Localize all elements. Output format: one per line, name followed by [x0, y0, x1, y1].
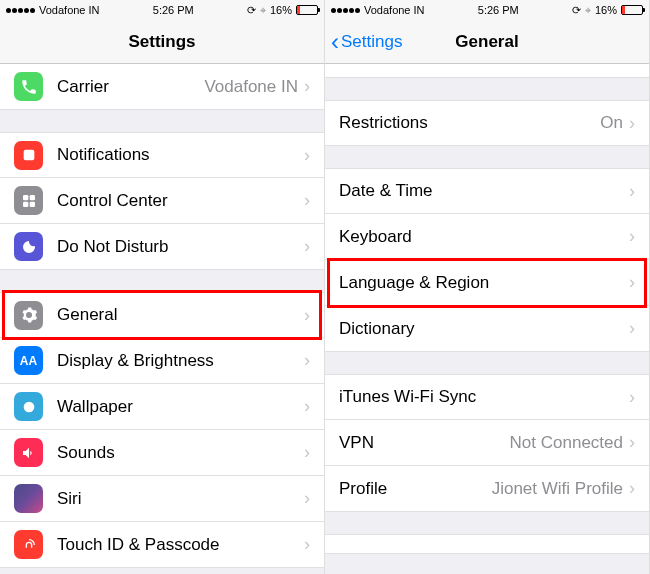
- status-bar: Vodafone IN 5:26 PM ⟳ ⌖ 16%: [0, 0, 324, 20]
- cell-label: Touch ID & Passcode: [57, 535, 304, 555]
- page-title: General: [455, 32, 518, 52]
- vpn-row[interactable]: VPN Not Connected ›: [325, 420, 649, 466]
- carrier-label: Vodafone IN: [39, 4, 100, 16]
- signal-strength-icon: [6, 8, 35, 13]
- cell-value: On: [600, 113, 623, 133]
- svg-rect-3: [23, 201, 28, 206]
- display-icon: AA: [14, 346, 43, 375]
- date-time-row[interactable]: Date & Time ›: [325, 168, 649, 214]
- chevron-right-icon: ›: [629, 387, 635, 408]
- control-center-icon: [14, 186, 43, 215]
- nav-bar: ‹ Settings General: [325, 20, 649, 64]
- cell-label: Language & Region: [339, 273, 629, 293]
- chevron-right-icon: ›: [304, 145, 310, 166]
- chevron-right-icon: ›: [629, 318, 635, 339]
- bluetooth-icon: ⌖: [585, 4, 591, 17]
- notifications-icon: [14, 141, 43, 170]
- do-not-disturb-row[interactable]: Do Not Disturb ›: [0, 224, 324, 270]
- status-bar: Vodafone IN 5:26 PM ⟳ ⌖ 16%: [325, 0, 649, 20]
- cell-label: VPN: [339, 433, 510, 453]
- keyboard-row[interactable]: Keyboard ›: [325, 214, 649, 260]
- itunes-wifi-sync-row[interactable]: iTunes Wi-Fi Sync ›: [325, 374, 649, 420]
- signal-strength-icon: [331, 8, 360, 13]
- back-button[interactable]: ‹ Settings: [331, 20, 402, 63]
- cell-label: Control Center: [57, 191, 304, 211]
- chevron-right-icon: ›: [304, 442, 310, 463]
- background-app-refresh-row[interactable]: Background App Refresh ›: [325, 64, 649, 78]
- battery-icon: [296, 5, 318, 15]
- orientation-lock-icon: ⟳: [247, 4, 256, 17]
- gear-icon: [14, 301, 43, 330]
- chevron-right-icon: ›: [304, 236, 310, 257]
- chevron-right-icon: ›: [629, 113, 635, 134]
- svg-rect-4: [29, 201, 34, 206]
- cell-label: Sounds: [57, 443, 304, 463]
- chevron-right-icon: ›: [304, 305, 310, 326]
- chevron-right-icon: ›: [304, 488, 310, 509]
- language-region-row[interactable]: Language & Region ›: [325, 260, 649, 306]
- nav-bar: Settings: [0, 20, 324, 64]
- cell-label: Date & Time: [339, 181, 629, 201]
- battery-pct-label: 16%: [270, 4, 292, 16]
- carrier-row[interactable]: Carrier Vodafone IN ›: [0, 64, 324, 110]
- restrictions-row[interactable]: Restrictions On ›: [325, 100, 649, 146]
- battery-icon: [621, 5, 643, 15]
- moon-icon: [14, 232, 43, 261]
- cell-label: Dictionary: [339, 319, 629, 339]
- cell-label: Display & Brightness: [57, 351, 304, 371]
- general-list[interactable]: Background App Refresh › Restrictions On…: [325, 64, 649, 574]
- general-row[interactable]: General ›: [0, 292, 324, 338]
- notifications-row[interactable]: Notifications ›: [0, 132, 324, 178]
- chevron-right-icon: ›: [629, 181, 635, 202]
- chevron-right-icon: ›: [629, 272, 635, 293]
- svg-rect-2: [29, 195, 34, 200]
- chevron-right-icon: ›: [304, 76, 310, 97]
- cell-label: Do Not Disturb: [57, 237, 304, 257]
- fingerprint-icon: [14, 530, 43, 559]
- page-title: Settings: [128, 32, 195, 52]
- cell-value: Jionet Wifi Profile: [492, 479, 623, 499]
- clock-label: 5:26 PM: [478, 4, 519, 16]
- cell-label: Siri: [57, 489, 304, 509]
- chevron-right-icon: ›: [629, 432, 635, 453]
- orientation-lock-icon: ⟳: [572, 4, 581, 17]
- siri-row[interactable]: Siri ›: [0, 476, 324, 522]
- chevron-right-icon: ›: [629, 478, 635, 499]
- display-brightness-row[interactable]: AA Display & Brightness ›: [0, 338, 324, 384]
- cell-label: Restrictions: [339, 113, 600, 133]
- control-center-row[interactable]: Control Center ›: [0, 178, 324, 224]
- cell-label: Keyboard: [339, 227, 629, 247]
- chevron-right-icon: ›: [629, 64, 635, 65]
- cell-label: iTunes Wi-Fi Sync: [339, 387, 629, 407]
- wallpaper-row[interactable]: Wallpaper ›: [0, 384, 324, 430]
- sounds-icon: [14, 438, 43, 467]
- profile-row[interactable]: Profile Jionet Wifi Profile ›: [325, 466, 649, 512]
- general-screen: Vodafone IN 5:26 PM ⟳ ⌖ 16% ‹ Settings G…: [325, 0, 650, 574]
- back-label: Settings: [341, 32, 402, 52]
- dictionary-row[interactable]: Dictionary ›: [325, 306, 649, 352]
- touch-id-row[interactable]: Touch ID & Passcode ›: [0, 522, 324, 568]
- svg-rect-1: [23, 195, 28, 200]
- bluetooth-icon: ⌖: [260, 4, 266, 17]
- svg-point-5: [23, 401, 34, 412]
- chevron-right-icon: ›: [304, 190, 310, 211]
- chevron-right-icon: ›: [304, 396, 310, 417]
- cell-value: Not Connected: [510, 433, 623, 453]
- chevron-right-icon: ›: [629, 226, 635, 247]
- chevron-right-icon: ›: [304, 350, 310, 371]
- partial-row[interactable]: [325, 534, 649, 554]
- settings-root-screen: Vodafone IN 5:26 PM ⟳ ⌖ 16% Settings Car…: [0, 0, 325, 574]
- sounds-row[interactable]: Sounds ›: [0, 430, 324, 476]
- battery-pct-label: 16%: [595, 4, 617, 16]
- cell-label: Notifications: [57, 145, 304, 165]
- cell-label: General: [57, 305, 304, 325]
- phone-icon: [14, 72, 43, 101]
- settings-list[interactable]: Carrier Vodafone IN › Notifications › Co…: [0, 64, 324, 574]
- wallpaper-icon: [14, 392, 43, 421]
- cell-label: Background App Refresh: [339, 64, 629, 65]
- cell-label: Profile: [339, 479, 492, 499]
- carrier-label: Vodafone IN: [364, 4, 425, 16]
- clock-label: 5:26 PM: [153, 4, 194, 16]
- cell-label: Wallpaper: [57, 397, 304, 417]
- cell-label: Carrier: [57, 77, 204, 97]
